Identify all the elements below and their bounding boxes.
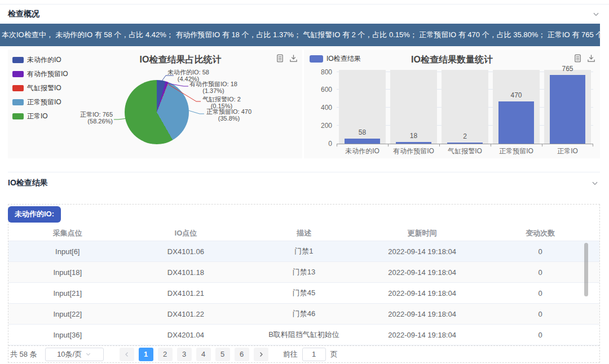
pie-legend: 未动作的IO 有动作预留IO 气缸报警IO 正常预留IO 正常IO <box>12 55 68 121</box>
column-header: 描述 <box>245 228 363 238</box>
table-row[interactable]: Input[6] DX4101.06 门禁1 2022-09-14 19:18:… <box>8 241 599 262</box>
page-button[interactable]: 2 <box>158 348 173 361</box>
pie[interactable] <box>125 80 189 144</box>
column-header: 更新时间 <box>363 228 482 238</box>
chevron-right-icon <box>258 351 264 358</box>
legend-swatch-icon <box>12 99 24 105</box>
pie-legend-item[interactable]: 气缸报警IO <box>12 83 68 93</box>
page-button[interactable]: 5 <box>215 348 230 361</box>
page-suffix-label: 页 <box>330 349 338 359</box>
bar-cell[interactable]: 58 <box>337 72 388 144</box>
column-header: IO点位 <box>127 228 245 238</box>
pie-toolbox <box>276 54 298 63</box>
goto-label: 前往 <box>283 349 298 359</box>
next-page-button[interactable] <box>254 348 268 361</box>
results-title: IO检查结果 <box>8 178 48 188</box>
x-axis-label: 有动作预留IO <box>388 147 439 156</box>
bar <box>498 101 535 144</box>
pie-legend-item[interactable]: 正常IO <box>12 112 68 121</box>
bar-value-label: 58 <box>337 128 388 136</box>
goto-page: 前往 页 <box>283 348 338 361</box>
table-header-row: 采集点位 IO点位 描述 更新时间 变动次数 <box>8 225 599 241</box>
table-row[interactable]: Input[21] DX4101.21 门禁45 2022-09-14 19:1… <box>8 283 599 304</box>
bar-value-label: 765 <box>542 65 593 73</box>
prev-page-button[interactable] <box>120 348 134 361</box>
pie-label: 气缸报警IO: 2(0.15%) <box>202 96 241 109</box>
page-button[interactable]: 3 <box>177 348 192 361</box>
pie-label: 有动作预留IO: 18(1.37%) <box>189 81 237 94</box>
bar <box>396 142 432 144</box>
bar-x-axis-labels: 未动作的IO 有动作预留IO 气缸报警IO 正常预留IO 正常IO <box>337 147 593 156</box>
pager: 1 2 3 4 5 6 <box>117 348 271 361</box>
legend-swatch-icon <box>12 85 24 91</box>
x-axis-label: 气缸报警IO <box>439 147 491 156</box>
bar-cell[interactable]: 470 <box>491 72 542 144</box>
legend-swatch-icon <box>12 57 24 63</box>
summary-banner: 本次IO检查中， 未动作的IO 有 58 个，占比 4.42%； 有动作预留IO… <box>0 24 600 46</box>
bar-value-label: 2 <box>439 132 491 140</box>
page-button[interactable]: 1 <box>139 348 153 361</box>
results-section: IO检查结果 <box>8 172 600 190</box>
bar-plot: 800 600 400 200 0 58 18 2 470 765 <box>337 72 593 144</box>
pie-chart-panel: IO检查结果占比统计 未动作的IO 有动作预留IO 气缸报警IO 正常预留IO … <box>8 50 302 158</box>
legend-swatch-icon <box>12 113 24 119</box>
data-view-icon[interactable] <box>276 54 284 63</box>
legend-swatch-icon <box>310 55 323 63</box>
y-axis-tick: 600 <box>307 86 332 94</box>
table-row[interactable]: Input[18] DX4101.18 门禁13 2022-09-14 19:1… <box>8 262 599 283</box>
y-axis-tick: 200 <box>307 122 332 130</box>
chevron-left-icon <box>123 351 130 358</box>
bar-toolbox <box>573 54 595 63</box>
legend-swatch-icon <box>12 71 24 77</box>
download-icon[interactable] <box>289 54 298 63</box>
bar-cell[interactable]: 765 <box>542 72 593 144</box>
bar-cell[interactable]: 18 <box>388 72 439 144</box>
x-axis-label: 正常IO <box>542 147 593 156</box>
table-row[interactable]: Input[22] DX4101.22 门禁46 2022-09-14 19:1… <box>8 304 599 325</box>
category-badge[interactable]: 未动作的IO: <box>8 206 61 223</box>
column-header: 采集点位 <box>8 228 127 238</box>
bar-legend-item[interactable]: IO检查结果 <box>310 54 361 64</box>
results-section-header: IO检查结果 <box>8 176 600 190</box>
bar <box>550 75 586 144</box>
charts-row: IO检查结果占比统计 未动作的IO 有动作预留IO 气缸报警IO 正常预留IO … <box>8 50 600 158</box>
column-header: 变动次数 <box>481 228 599 238</box>
overview-section-header: 检查概况 <box>0 5 609 24</box>
bar-legend: IO检查结果 <box>310 54 361 64</box>
table-row[interactable]: Input[36] DX4201.04 B取料阻挡气缸初始位 2022-09-1… <box>8 325 599 345</box>
y-axis-tick: 0 <box>307 140 332 148</box>
chevron-down-icon <box>85 351 91 357</box>
pagination-total: 共 58 条 <box>10 349 37 359</box>
page-button[interactable]: 4 <box>196 348 211 361</box>
pie-legend-item[interactable]: 有动作预留IO <box>12 69 68 79</box>
overview-collapse-button[interactable] <box>592 10 600 18</box>
overview-title: 检查概况 <box>8 9 39 19</box>
download-icon[interactable] <box>587 54 595 63</box>
results-table: 采集点位 IO点位 描述 更新时间 变动次数 Input[6] DX4101.0… <box>8 225 599 345</box>
pie-label: 正常IO: 765(58.26%) <box>80 112 113 125</box>
y-axis-tick: 400 <box>307 104 332 112</box>
goto-page-input[interactable] <box>302 348 326 361</box>
chevron-down-icon <box>592 10 600 18</box>
pie-legend-item[interactable]: 正常预留IO <box>12 97 68 107</box>
bar-chart-panel: IO检查结果数量统计 IO检查结果 800 600 400 200 0 58 1 <box>304 50 600 158</box>
bar-value-label: 470 <box>491 91 542 99</box>
bar <box>345 139 381 144</box>
results-box: 未动作的IO: 采集点位 IO点位 描述 更新时间 变动次数 Input[6] … <box>8 204 600 363</box>
x-axis-label: 未动作的IO <box>337 147 388 156</box>
results-collapse-button[interactable] <box>591 179 599 187</box>
table-scrollbar[interactable] <box>584 243 588 296</box>
bar-cell[interactable]: 2 <box>439 72 491 144</box>
pie-label: 正常预留IO: 470(35.8%) <box>206 109 251 122</box>
page-size-select[interactable]: 10条/页 <box>45 348 104 361</box>
pagination: 共 58 条 10条/页 1 2 3 4 5 6 前往 页 <box>8 345 599 362</box>
x-axis-label: 正常预留IO <box>491 147 542 156</box>
chevron-down-icon <box>591 179 599 187</box>
y-axis-tick: 800 <box>307 68 332 76</box>
data-view-icon[interactable] <box>573 54 582 63</box>
pie-legend-item[interactable]: 未动作的IO <box>12 55 68 65</box>
bar <box>447 143 483 144</box>
bar-value-label: 18 <box>388 132 439 140</box>
page-button[interactable]: 6 <box>235 348 249 361</box>
